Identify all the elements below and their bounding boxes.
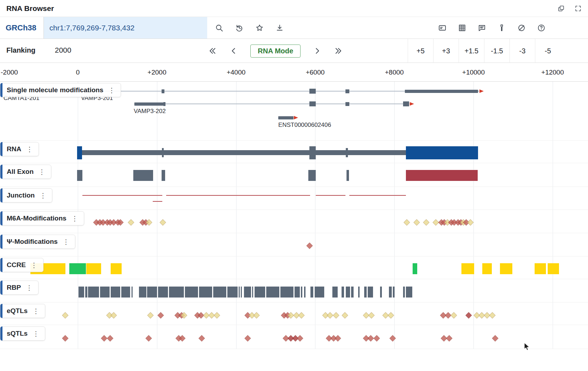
kebab-menu-icon[interactable]: ⋮ bbox=[26, 146, 33, 153]
rbp-bar[interactable] bbox=[213, 287, 226, 298]
rna-mode-button[interactable]: RNA Mode bbox=[250, 45, 301, 58]
chevrons-left-button[interactable] bbox=[208, 46, 217, 55]
ccre-box[interactable] bbox=[482, 263, 492, 274]
transcript-exon[interactable] bbox=[345, 102, 349, 106]
kebab-menu-icon[interactable]: ⋮ bbox=[26, 284, 33, 291]
download-button[interactable] bbox=[275, 24, 284, 32]
ccre-box[interactable] bbox=[86, 263, 94, 274]
transcript-exon[interactable] bbox=[163, 102, 165, 106]
rbp-bar[interactable] bbox=[346, 287, 350, 298]
globe-off-button[interactable] bbox=[517, 24, 526, 32]
allexon-box[interactable] bbox=[406, 170, 478, 181]
rbp-bar[interactable] bbox=[78, 287, 84, 298]
rbp-bar[interactable] bbox=[147, 287, 157, 298]
rbp-bar[interactable] bbox=[280, 287, 293, 298]
sqtl-diamond[interactable] bbox=[367, 335, 374, 341]
eqtl-diamond[interactable] bbox=[368, 312, 374, 318]
kebab-menu-icon[interactable]: ⋮ bbox=[31, 262, 37, 269]
rna-box[interactable] bbox=[162, 148, 164, 157]
psi-diamond[interactable] bbox=[306, 242, 313, 249]
chevrons-right-button[interactable] bbox=[334, 46, 343, 55]
flanking-value[interactable]: 2000 bbox=[55, 46, 71, 54]
rbp-bar[interactable] bbox=[111, 287, 120, 298]
rbp-bar[interactable] bbox=[389, 287, 392, 298]
transcript-thick-exon[interactable] bbox=[405, 90, 478, 93]
ccre-box[interactable] bbox=[535, 263, 546, 274]
rbp-bar[interactable] bbox=[85, 287, 87, 298]
track-label-rna[interactable]: RNA⋮ bbox=[0, 142, 39, 156]
eqtl-diamond[interactable] bbox=[489, 312, 495, 318]
rbp-bar[interactable] bbox=[199, 287, 212, 298]
rbp-bar[interactable] bbox=[132, 287, 133, 298]
rbp-bar[interactable] bbox=[121, 287, 130, 298]
help-button[interactable] bbox=[537, 24, 546, 32]
eqtl-diamond[interactable] bbox=[158, 312, 164, 318]
rbp-bar[interactable] bbox=[266, 287, 279, 298]
rbp-bar[interactable] bbox=[241, 287, 242, 298]
m6a-diamond[interactable] bbox=[413, 219, 420, 225]
zoom-button-+1.5[interactable]: +1.5 bbox=[459, 39, 484, 63]
kebab-menu-icon[interactable]: ⋮ bbox=[40, 192, 46, 199]
track-label-eqtl[interactable]: eQTLs⋮ bbox=[0, 304, 45, 318]
sqtl-diamond[interactable] bbox=[107, 335, 113, 341]
track-label-sqtl[interactable]: sQTLs⋮ bbox=[0, 326, 45, 341]
m6a-diamond[interactable] bbox=[159, 219, 166, 225]
junction-line[interactable] bbox=[153, 201, 162, 202]
track-label-junction[interactable]: Junction⋮ bbox=[0, 188, 52, 202]
search-button[interactable] bbox=[215, 24, 223, 32]
junction-line[interactable] bbox=[166, 195, 310, 196]
zoom-button--3[interactable]: -3 bbox=[510, 39, 535, 63]
m6a-diamond[interactable] bbox=[403, 219, 410, 225]
allexon-box[interactable] bbox=[308, 170, 316, 181]
fullscreen-button[interactable] bbox=[575, 5, 582, 12]
kebab-menu-icon[interactable]: ⋮ bbox=[33, 330, 39, 337]
rbp-bar[interactable] bbox=[364, 287, 367, 298]
rbp-bar[interactable] bbox=[315, 287, 324, 298]
chevron-left-button[interactable] bbox=[229, 46, 238, 55]
eqtl-diamond[interactable] bbox=[147, 312, 153, 318]
eqtl-diamond[interactable] bbox=[342, 312, 348, 318]
location-input[interactable]: chr1:7,769,269-7,783,432 bbox=[44, 17, 207, 39]
ccre-box[interactable] bbox=[69, 263, 86, 274]
sqtl-diamond[interactable] bbox=[389, 335, 396, 341]
ccre-box[interactable] bbox=[548, 263, 559, 274]
kebab-menu-icon[interactable]: ⋮ bbox=[108, 87, 115, 94]
flashlight-button[interactable] bbox=[497, 24, 506, 32]
id-card-button[interactable] bbox=[438, 24, 447, 32]
zoom-button-+5[interactable]: +5 bbox=[408, 39, 433, 63]
rna-box[interactable] bbox=[346, 148, 348, 157]
eqtl-diamond[interactable] bbox=[333, 312, 339, 318]
rbp-bar[interactable] bbox=[158, 287, 168, 298]
sqtl-diamond[interactable] bbox=[62, 335, 69, 341]
comment-button[interactable] bbox=[478, 24, 486, 32]
grid-button[interactable] bbox=[458, 24, 466, 32]
rbp-bar[interactable] bbox=[304, 287, 305, 298]
rna-box[interactable] bbox=[309, 146, 316, 159]
track-label-smm[interactable]: Single molecule modifications⋮ bbox=[0, 83, 121, 97]
rbp-bar[interactable] bbox=[342, 287, 344, 298]
rbp-bar[interactable] bbox=[252, 287, 253, 298]
rna-box[interactable] bbox=[77, 146, 82, 159]
sqtl-diamond[interactable] bbox=[446, 335, 452, 341]
transcript-exon[interactable] bbox=[403, 101, 409, 106]
eqtl-diamond[interactable] bbox=[111, 312, 117, 318]
ccre-box[interactable] bbox=[413, 263, 417, 274]
kebab-menu-icon[interactable]: ⋮ bbox=[63, 238, 69, 245]
transcript-thick-exon[interactable] bbox=[278, 116, 293, 119]
transcript-exon[interactable] bbox=[309, 101, 316, 106]
m6a-diamond[interactable] bbox=[128, 219, 134, 225]
rbp-bar[interactable] bbox=[100, 287, 110, 298]
ccre-box[interactable] bbox=[111, 263, 122, 274]
m6a-diamond[interactable] bbox=[467, 219, 473, 225]
rbp-bar[interactable] bbox=[88, 287, 99, 298]
chevron-right-button[interactable] bbox=[313, 46, 322, 55]
rbp-bar[interactable] bbox=[406, 287, 412, 298]
allexon-box[interactable] bbox=[347, 170, 349, 181]
rbp-bar[interactable] bbox=[403, 287, 405, 298]
history-button[interactable] bbox=[235, 24, 244, 32]
allexon-box[interactable] bbox=[162, 170, 165, 181]
eqtl-diamond[interactable] bbox=[465, 312, 472, 318]
rbp-bar[interactable] bbox=[255, 287, 265, 298]
eqtl-diamond[interactable] bbox=[450, 312, 457, 318]
rbp-bar[interactable] bbox=[310, 287, 313, 298]
